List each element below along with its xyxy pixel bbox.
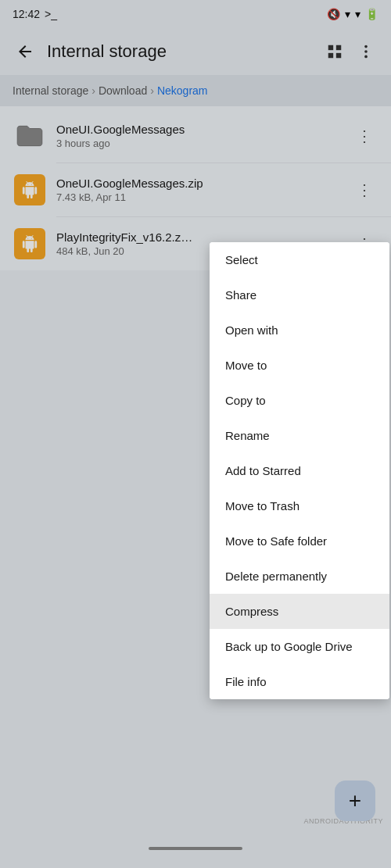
menu-item-file-info[interactable]: File info — [210, 664, 389, 699]
menu-item-delete-permanently[interactable]: Delete permanently — [210, 559, 389, 594]
menu-item-rename[interactable]: Rename — [210, 418, 389, 453]
menu-item-select[interactable]: Select — [210, 242, 389, 277]
menu-item-compress[interactable]: Compress — [210, 594, 389, 629]
menu-item-open-with[interactable]: Open with — [210, 313, 389, 348]
menu-item-backup-drive[interactable]: Back up to Google Drive — [210, 629, 389, 664]
menu-item-move-trash[interactable]: Move to Trash — [210, 488, 389, 523]
context-menu: Select Share Open with Move to Copy to R… — [210, 242, 389, 699]
menu-item-move-to[interactable]: Move to — [210, 348, 389, 383]
menu-item-share[interactable]: Share — [210, 277, 389, 313]
menu-item-add-starred[interactable]: Add to Starred — [210, 453, 389, 488]
menu-item-copy-to[interactable]: Copy to — [210, 383, 389, 418]
menu-item-move-safe[interactable]: Move to Safe folder — [210, 523, 389, 559]
